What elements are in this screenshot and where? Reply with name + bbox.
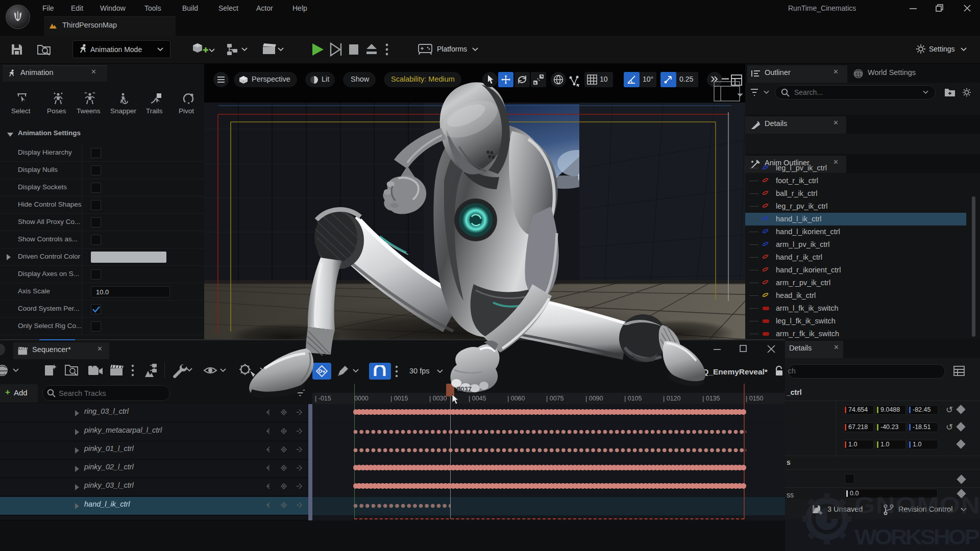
svg-text:WORKSHOP: WORKSHOP: [854, 525, 979, 549]
svg-text:GNOMON: GNOMON: [854, 492, 979, 518]
